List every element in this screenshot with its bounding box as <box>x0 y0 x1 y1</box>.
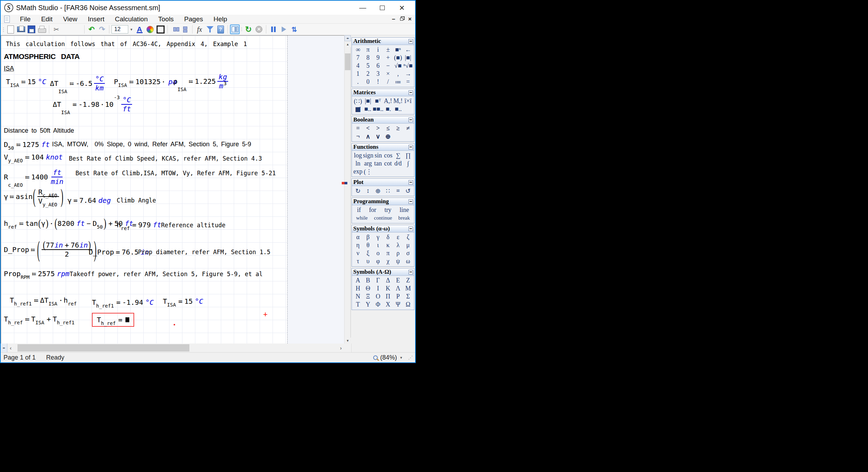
palette-button-_[interactable]: ■.. <box>393 105 403 113</box>
palette-button-_[interactable]: ρ <box>393 249 403 257</box>
palette-button-_[interactable]: Κ <box>383 285 393 293</box>
new-button[interactable] <box>6 24 15 34</box>
palette-button-_[interactable]: , <box>393 70 403 78</box>
close-button[interactable]: × <box>392 1 412 14</box>
section-heading[interactable]: ATMOSPHERIC DATA <box>4 52 80 61</box>
palette-button-try[interactable]: try <box>384 206 391 214</box>
menu-edit[interactable]: Edit <box>36 15 58 23</box>
palette-button-_[interactable]: ⊕ <box>383 132 393 140</box>
palette-button-_[interactable]: θ <box>363 241 373 249</box>
splitter-button[interactable]: ◂▸ <box>345 35 351 41</box>
palette-button-_[interactable]: κ <box>383 241 393 249</box>
palette-button-cot[interactable]: cot <box>383 160 393 168</box>
palette-button-_[interactable]: Ζ <box>403 276 413 285</box>
redo-button[interactable]: ↷ <box>97 24 107 34</box>
menu-calculation[interactable]: Calculation <box>110 15 153 23</box>
eq-rc-aeo-def[interactable]: Rc_AEO≔1400ftmin <box>4 168 66 186</box>
eq-vy-aeo-def[interactable]: Vy_AEO≔104knot <box>4 153 63 161</box>
stop-button[interactable] <box>254 24 264 34</box>
palette-button-_[interactable]: Β <box>363 276 373 285</box>
palette-button-5[interactable]: 5 <box>363 62 373 70</box>
menu-insert[interactable]: Insert <box>82 15 110 23</box>
eq-d50-def[interactable]: D50≔1275ft <box>4 140 50 149</box>
palette-button-for[interactable]: for <box>369 206 376 214</box>
scroll-left-arrow[interactable]: ‹ <box>7 344 14 352</box>
align-horizontal-button[interactable] <box>170 24 180 34</box>
menu-pages[interactable]: Pages <box>179 15 208 23</box>
palette-button-tan[interactable]: tan <box>373 160 383 168</box>
palette-button-_[interactable]: ← <box>403 46 413 54</box>
palette-button-_[interactable]: Ψ <box>393 301 403 309</box>
palette-button-_[interactable]: → <box>403 70 413 78</box>
palette-button-_[interactable]: + <box>383 54 393 62</box>
palette-button-ln[interactable]: ln <box>353 160 363 168</box>
palette-button-_[interactable]: ≔ <box>393 78 403 86</box>
palette-button-_[interactable]: ∷ <box>383 187 393 195</box>
palette-button-_[interactable]: |■| <box>403 54 413 62</box>
palette-button-i[interactable]: i <box>373 46 383 54</box>
palette-button-_[interactable]: = <box>403 78 413 86</box>
palette-button-_[interactable]: π <box>383 249 393 257</box>
palette-button-_[interactable]: σ <box>403 249 413 257</box>
palette-button-_[interactable]: τ <box>353 257 363 265</box>
palette-button-_[interactable]: Χ <box>383 301 393 309</box>
palette-button-sign[interactable]: sign <box>363 152 373 160</box>
zoom-dropdown-arrow[interactable]: ▾ <box>399 355 404 360</box>
palette-button-_[interactable]: Ε <box>393 276 403 285</box>
palette-button-_[interactable]: Γ <box>373 276 383 285</box>
palette-button-_[interactable]: ■.. <box>363 105 372 113</box>
palette-button-_[interactable]: = <box>353 124 363 132</box>
eq-threft1-result[interactable]: Th_ref1=-1.94°C <box>92 298 154 307</box>
palette-button-_[interactable]: Τ <box>353 301 363 309</box>
palette-button-_[interactable]: Ξ <box>363 293 373 301</box>
annotation-d50[interactable]: ISA, MTOW, 0% Slope, 0 wind, Refer AFM, … <box>52 141 251 148</box>
filter-button[interactable] <box>205 24 215 34</box>
palette-button-_[interactable]: ∧ <box>363 132 373 140</box>
menu-file[interactable]: File <box>15 15 36 23</box>
play-button[interactable] <box>279 24 289 34</box>
palette-button-_[interactable]: Ο <box>373 293 383 301</box>
palette-button-_[interactable]: ↕ <box>363 187 373 195</box>
vertical-scroll-thumb[interactable] <box>345 53 350 70</box>
palette-button-_[interactable]: μ <box>403 241 413 249</box>
palette-button-_[interactable]: − <box>383 62 393 70</box>
palette-button-4[interactable]: 4 <box>353 62 363 70</box>
palette-button-_[interactable]: ο <box>373 249 383 257</box>
save-button[interactable] <box>27 24 36 34</box>
scroll-right-arrow[interactable]: › <box>338 344 344 352</box>
copy-button[interactable] <box>62 24 72 34</box>
minimize-button[interactable]: — <box>353 1 372 14</box>
palette-button-9[interactable]: 9 <box>373 54 383 62</box>
eq-href-def[interactable]: href≔tan(γ)·(8200ft−D50)+50ft <box>4 219 133 228</box>
eq-rho-isa-def[interactable]: ρISA≔1.225kgm3 <box>173 73 230 90</box>
palette-button-_[interactable]: Φ <box>373 301 383 309</box>
eq-thref-active[interactable]: Th_ref= <box>92 313 134 327</box>
palette-button-d_d[interactable]: d∕d <box>393 160 403 168</box>
collapse-icon[interactable] <box>408 199 413 204</box>
palette-button-_[interactable]: ⊕ <box>373 187 383 195</box>
palette-button-_[interactable]: ε <box>393 233 403 241</box>
font-color-button[interactable]: A <box>135 24 144 34</box>
palette-button-_[interactable]: Ρ <box>393 293 403 301</box>
palette-button-_[interactable]: π <box>363 46 373 54</box>
palette-button-while[interactable]: while <box>356 214 368 222</box>
palette-button-_[interactable]: ψ <box>393 257 403 265</box>
mdi-close-button[interactable]: × <box>408 16 412 23</box>
palette-button-8[interactable]: 8 <box>363 54 373 62</box>
document-icon[interactable] <box>4 16 10 23</box>
scroll-lock-button[interactable]: ⇅ <box>289 24 299 34</box>
palette-button-_[interactable]: > <box>373 124 383 132</box>
palette-button-log[interactable]: log <box>353 152 363 160</box>
distance-heading[interactable]: Distance to 50ft Altitude <box>4 127 74 134</box>
palette-button-_[interactable]: φ <box>373 257 383 265</box>
collapse-icon[interactable] <box>408 270 413 274</box>
palette-button-_[interactable]: Π <box>383 293 393 301</box>
eq-p-isa-def[interactable]: PISA≔101325·pa <box>114 78 177 86</box>
palette-button-1[interactable]: 1 <box>353 70 363 78</box>
palette-button-_[interactable]: γ <box>373 233 383 241</box>
palette-button-_[interactable]: ! <box>373 78 383 86</box>
collapse-icon[interactable] <box>408 145 413 149</box>
palette-button-_[interactable]: ≡ <box>393 187 403 195</box>
menu-help[interactable]: Help <box>208 15 232 23</box>
scroll-up-arrow[interactable]: ▲ <box>345 41 351 47</box>
